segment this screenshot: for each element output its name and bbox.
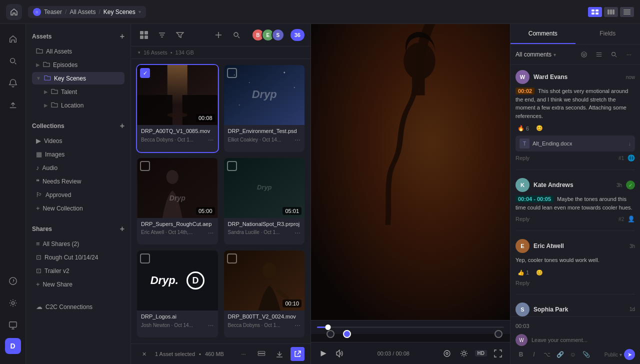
assets-add-button[interactable]: + bbox=[120, 32, 124, 41]
nav-item-videos[interactable]: ▶ Videos bbox=[32, 134, 124, 147]
volume-button[interactable] bbox=[334, 348, 346, 360]
asset-select-check-1[interactable] bbox=[227, 68, 237, 78]
breadcrumb-current[interactable]: Key Scenes bbox=[104, 8, 136, 16]
asset-select-check-4[interactable] bbox=[140, 254, 150, 264]
svg-rect-21 bbox=[138, 95, 172, 125]
asset-select-check-2[interactable] bbox=[140, 161, 150, 171]
asset-card-2[interactable]: Dryp 05:00 DRP_Supers_RoughCut.aep Eric … bbox=[137, 158, 218, 245]
home-button[interactable] bbox=[6, 4, 22, 20]
reaction-smile-eric[interactable]: 😊 bbox=[534, 268, 545, 277]
comments-filter-button[interactable]: All comments ▾ bbox=[516, 51, 556, 58]
search-action-button[interactable] bbox=[608, 48, 620, 60]
asset-card-5[interactable]: 00:10 DRP_B00TT_V2_0024.mov Becca Dobyns… bbox=[224, 250, 305, 338]
nav-item-images[interactable]: ▦ Images bbox=[32, 148, 124, 160]
view-grid-button[interactable] bbox=[137, 28, 151, 42]
settings-video-button[interactable] bbox=[458, 348, 470, 360]
emoji-button[interactable]: ☺ bbox=[568, 349, 578, 360]
stack-button[interactable] bbox=[254, 347, 268, 361]
send-comment-button[interactable]: ➤ bbox=[624, 349, 635, 360]
assets-section: Assets + All Assets ▶ Episodes ▼ bbox=[32, 32, 124, 112]
tab-comments[interactable]: Comments bbox=[510, 24, 576, 44]
attach-file-button[interactable]: 📎 bbox=[580, 349, 592, 360]
nav-item-approved[interactable]: 🏳 Approved bbox=[32, 188, 124, 201]
add-asset-button[interactable] bbox=[212, 28, 226, 42]
play-button[interactable] bbox=[317, 348, 329, 360]
nav-item-all-shares[interactable]: ≡ All Shares (2) bbox=[32, 238, 124, 250]
asset-select-check-5[interactable] bbox=[227, 254, 237, 264]
reply-button-eric[interactable]: Reply bbox=[516, 280, 530, 286]
comment-number-ward: #1 🌐 bbox=[618, 154, 635, 162]
asset-card-4[interactable]: Dryp. D DRP_Logos.ai Josh Newton · Oct 1… bbox=[137, 250, 218, 338]
download-attachment-button[interactable]: ↓ bbox=[628, 140, 632, 146]
svg-rect-8 bbox=[624, 12, 630, 12]
nav-item-audio[interactable]: ♪ Audio bbox=[32, 162, 124, 174]
layout-btn-2[interactable] bbox=[604, 7, 618, 17]
layout-btn-3[interactable] bbox=[620, 7, 634, 17]
shares-add-button[interactable]: + bbox=[120, 224, 124, 234]
search-assets-button[interactable] bbox=[230, 28, 244, 42]
more-action-button[interactable]: ··· bbox=[623, 48, 635, 60]
share-button[interactable] bbox=[290, 347, 304, 361]
assets-grid: ✓ 00:08 DRP_A00TQ_V1_0085.mov Becca Doby… bbox=[131, 59, 310, 344]
italic-text-button[interactable]: I bbox=[528, 349, 540, 360]
layout-btn-1[interactable] bbox=[588, 7, 602, 17]
timeline-progress[interactable] bbox=[311, 320, 510, 334]
reaction-smile[interactable]: 😊 bbox=[534, 124, 545, 132]
search-nav-icon[interactable] bbox=[4, 52, 22, 70]
nav-item-rough-cut[interactable]: ⊡ Rough Cut 10/14/24 bbox=[32, 251, 124, 264]
nav-item-all-assets[interactable]: All Assets bbox=[32, 45, 124, 58]
reaction-thumbsup[interactable]: 👍 1 bbox=[516, 268, 531, 277]
asset-more-1[interactable]: ··· bbox=[294, 136, 300, 144]
nav-item-new-share[interactable]: + New Share bbox=[32, 278, 124, 290]
monitor-nav-icon[interactable] bbox=[4, 316, 22, 334]
asset-more-4[interactable]: ··· bbox=[208, 321, 214, 329]
asset-select-check-0[interactable]: ✓ bbox=[140, 68, 150, 78]
bell-nav-icon[interactable] bbox=[4, 74, 22, 92]
asset-more-5[interactable]: ··· bbox=[294, 321, 300, 329]
question-nav-icon[interactable] bbox=[4, 272, 22, 290]
asset-card-1[interactable]: Dryp DRP_Environment_Test.psd Elliot Coa… bbox=[224, 65, 305, 152]
sort-button[interactable] bbox=[155, 28, 169, 42]
reaction-fire[interactable]: 🔥 6 bbox=[516, 124, 531, 132]
nav-item-talent[interactable]: ▶ Talent bbox=[32, 86, 124, 98]
nav-item-trailer-v2[interactable]: ⊡ Trailer v2 bbox=[32, 264, 124, 277]
marker-button[interactable] bbox=[441, 348, 453, 360]
nav-item-needs-review[interactable]: ❝ Needs Review bbox=[32, 175, 124, 188]
more-options-button[interactable]: ··· bbox=[236, 347, 250, 361]
nav-item-key-scenes[interactable]: ▼ Key Scenes bbox=[32, 72, 124, 84]
asset-more-3[interactable]: ··· bbox=[294, 228, 300, 236]
asset-more-2[interactable]: ··· bbox=[208, 228, 214, 236]
download-button[interactable] bbox=[272, 347, 286, 361]
collections-add-button[interactable]: + bbox=[120, 122, 124, 130]
bold-text-button[interactable]: B bbox=[516, 349, 526, 360]
collaborators-count[interactable]: 36 bbox=[290, 29, 304, 41]
progress-track[interactable] bbox=[317, 326, 504, 328]
timecode-kate[interactable]: 00:04 - 00:05 bbox=[516, 196, 554, 202]
upload-nav-icon[interactable] bbox=[4, 96, 22, 114]
filter-button[interactable] bbox=[173, 28, 187, 42]
comment-text-input[interactable] bbox=[532, 337, 635, 343]
asset-select-check-3[interactable] bbox=[227, 161, 237, 171]
breadcrumb-section[interactable]: All Assets bbox=[70, 8, 96, 16]
asset-more-0[interactable]: ··· bbox=[208, 136, 214, 144]
link-button[interactable]: 🔗 bbox=[554, 349, 566, 360]
code-text-button[interactable]: ⌥ bbox=[542, 349, 552, 360]
nav-item-location[interactable]: ▶ Location bbox=[32, 99, 124, 112]
tab-fields[interactable]: Fields bbox=[576, 24, 640, 44]
timecode-ward[interactable]: 00:02 bbox=[516, 88, 534, 94]
reply-button-kate[interactable]: Reply bbox=[516, 216, 530, 222]
fullscreen-button[interactable] bbox=[492, 348, 504, 360]
deselect-button[interactable]: ✕ bbox=[137, 347, 151, 361]
breadcrumb-project[interactable]: Teaser bbox=[44, 8, 62, 16]
nav-item-episodes[interactable]: ▶ Episodes bbox=[32, 58, 124, 71]
home-nav-icon[interactable] bbox=[4, 30, 22, 48]
nav-item-c2c[interactable]: ☁ C2C Connections bbox=[32, 300, 124, 313]
settings-nav-icon[interactable] bbox=[4, 294, 22, 312]
nav-item-new-collection[interactable]: + New Collection bbox=[32, 202, 124, 214]
asset-card-3[interactable]: Dryp 05:01 DRP_NationalSpot_R3.prproj Sa… bbox=[224, 158, 305, 245]
emoji-action-button[interactable] bbox=[578, 48, 590, 60]
list-action-button[interactable] bbox=[593, 48, 605, 60]
reply-button-ward[interactable]: Reply bbox=[516, 155, 530, 161]
asset-card-0[interactable]: ✓ 00:08 DRP_A00TQ_V1_0085.mov Becca Doby… bbox=[137, 65, 218, 152]
visibility-toggle[interactable]: Public ▾ bbox=[604, 352, 622, 358]
